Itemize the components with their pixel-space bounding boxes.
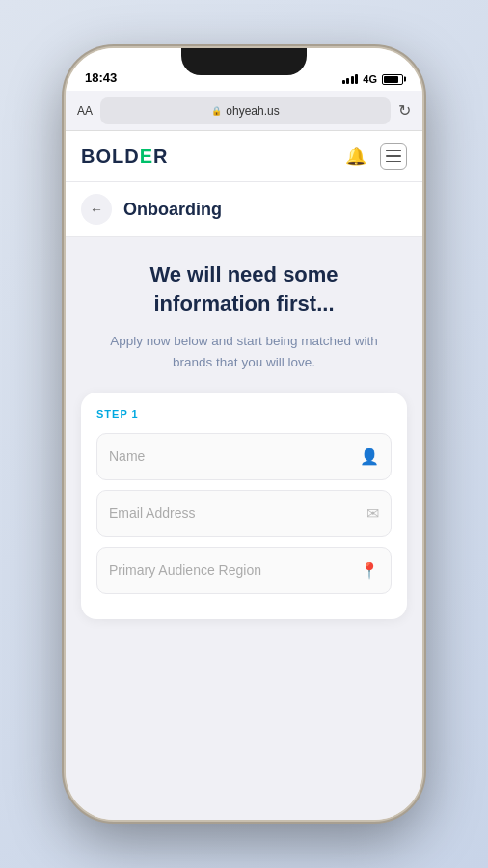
browser-url-bar[interactable]: 🔒 ohyeah.us — [100, 97, 391, 124]
step-label: STEP 1 — [96, 408, 392, 420]
browser-aa-label: AA — [77, 104, 93, 118]
form-fields: Name 👤 Email Address ✉ Primary Audience … — [96, 433, 392, 604]
email-placeholder: Email Address — [109, 505, 357, 521]
main-area[interactable]: We will need some information first... A… — [66, 237, 422, 820]
page-title: Onboarding — [123, 200, 222, 220]
form-card: STEP 1 Name 👤 Email Address ✉ Primary A — [81, 393, 407, 619]
menu-line-2 — [386, 155, 401, 157]
hero-title: We will need some information first... — [89, 260, 399, 317]
menu-line-1 — [386, 150, 401, 152]
signal-bars-icon — [342, 74, 359, 84]
logo-text: BOLDER — [81, 146, 168, 168]
email-icon: ✉ — [366, 504, 379, 523]
bell-icon[interactable]: 🔔 — [345, 146, 366, 167]
battery-fill — [384, 76, 398, 83]
bar1 — [342, 80, 345, 84]
status-time: 18:43 — [85, 70, 117, 85]
browser-bar: AA 🔒 ohyeah.us ↻ — [66, 91, 422, 131]
hero-subtitle: Apply now below and start being matched … — [89, 331, 399, 372]
bar4 — [355, 74, 358, 84]
header-actions: 🔔 — [345, 143, 407, 170]
app-header: BOLDER 🔔 — [66, 131, 422, 182]
location-icon: 📍 — [360, 561, 379, 580]
menu-icon[interactable] — [380, 143, 407, 170]
email-field[interactable]: Email Address ✉ — [96, 490, 392, 537]
hero-section: We will need some information first... A… — [81, 237, 407, 393]
battery-icon — [382, 74, 403, 85]
bar2 — [346, 78, 349, 84]
bar3 — [351, 76, 354, 84]
notch — [181, 48, 307, 75]
lock-icon: 🔒 — [211, 106, 222, 116]
status-icons: 4G — [342, 73, 403, 85]
logo: BOLDER — [81, 146, 168, 168]
name-placeholder: Name — [109, 448, 350, 464]
region-field[interactable]: Primary Audience Region 📍 — [96, 547, 392, 594]
back-button[interactable]: ← — [81, 194, 112, 225]
region-placeholder: Primary Audience Region — [109, 562, 350, 578]
back-arrow-icon: ← — [90, 202, 103, 217]
network-label: 4G — [363, 73, 377, 85]
phone-frame: 18:43 4G AA 🔒 ohyeah.us ↻ — [66, 48, 422, 820]
menu-line-3 — [386, 161, 401, 163]
refresh-icon[interactable]: ↻ — [398, 101, 411, 120]
browser-url: ohyeah.us — [226, 104, 279, 118]
logo-r-letter: E — [140, 146, 153, 167]
app-content: BOLDER 🔔 ← Onboarding We wi — [66, 131, 422, 820]
person-icon: 👤 — [360, 448, 379, 466]
page-header: ← Onboarding — [66, 182, 422, 237]
name-field[interactable]: Name 👤 — [96, 433, 392, 480]
